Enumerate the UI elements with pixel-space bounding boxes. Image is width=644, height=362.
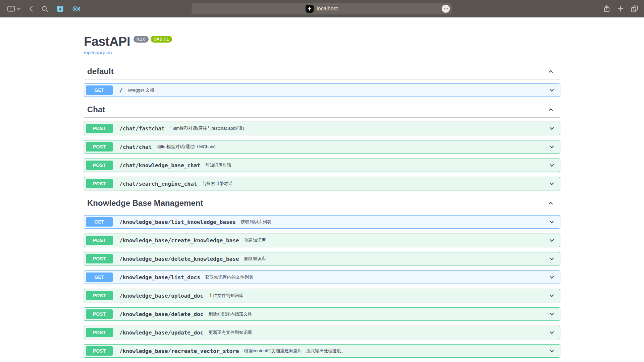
oas-badge: OAS 3.1 <box>151 36 172 43</box>
section-header-knowledge-base-management[interactable]: Knowledge Base Management <box>84 195 560 211</box>
chevron-down-icon <box>548 143 555 150</box>
back-arrow-icon <box>29 6 33 12</box>
chevron-down-icon <box>548 274 555 281</box>
chevron-down-icon <box>548 237 555 244</box>
section-title: Knowledge Base Management <box>87 199 203 207</box>
operation-row[interactable]: POST/knowledge_base/update_doc更新现有文件到知识库 <box>84 326 560 339</box>
chevron-down-icon <box>548 219 555 225</box>
operation-row[interactable]: GET/swagger 文档 <box>84 83 560 97</box>
operation-row[interactable]: POST/chat/search_engine_chat与搜索引擎对话 <box>84 177 560 190</box>
operation-expand-button[interactable] <box>548 348 555 354</box>
operation-path: /knowledge_base/delete_doc <box>119 311 203 317</box>
operation-path: /knowledge_base/delete_knowledge_base <box>119 256 239 262</box>
address-bar-more-button[interactable] <box>442 5 450 13</box>
operation-summary: 与知识库对话 <box>205 162 548 168</box>
operation-summary: 创建知识库 <box>244 237 548 243</box>
page-title: FastAPI <box>84 34 130 49</box>
api-info: FastAPI 0.1.0 OAS 3.1 /openapi.json <box>84 34 560 56</box>
broadcast-extension-button[interactable] <box>72 6 80 12</box>
operation-expand-button[interactable] <box>548 180 555 187</box>
tab-overview-icon <box>631 5 638 12</box>
operation-expand-button[interactable] <box>548 143 555 150</box>
operation-path: / <box>119 87 123 94</box>
chevron-up-icon <box>547 106 554 113</box>
operation-expand-button[interactable] <box>548 329 555 336</box>
operation-row[interactable]: GET/knowledge_base/list_knowledge_bases获… <box>84 215 560 229</box>
section-header-chat[interactable]: Chat <box>84 102 560 118</box>
section-collapse-button[interactable] <box>547 106 554 113</box>
chevron-down-icon <box>548 255 555 262</box>
operation-row[interactable]: POST/chat/fastchat与llm模型对话(直接与fastchat a… <box>84 122 560 135</box>
chevron-down-icon <box>548 292 555 299</box>
operation-path: /knowledge_base/create_knowledge_base <box>119 237 239 244</box>
operation-row[interactable]: POST/chat/chat与llm模型对话(通过LLMChain) <box>84 140 560 154</box>
address-bar[interactable]: localhost <box>192 3 452 14</box>
operation-expand-button[interactable] <box>548 125 555 132</box>
lightning-bolt-icon <box>307 6 312 11</box>
method-badge: POST <box>86 179 113 188</box>
section-title: Chat <box>87 105 105 114</box>
operation-expand-button[interactable] <box>548 87 555 94</box>
chevron-down-icon <box>548 329 555 336</box>
section-header-default[interactable]: default <box>84 64 560 79</box>
sidebar-toggle-button[interactable] <box>7 6 15 12</box>
operation-expand-button[interactable] <box>548 237 555 244</box>
address-bar-host: localhost <box>317 6 338 12</box>
operation-expand-button[interactable] <box>548 162 555 169</box>
operation-expand-button[interactable] <box>548 255 555 262</box>
operation-summary: 删除知识库内指定文件 <box>208 311 548 317</box>
operation-row[interactable]: POST/knowledge_base/create_knowledge_bas… <box>84 234 560 247</box>
method-badge: GET <box>86 85 113 95</box>
browser-toolbar: localhost <box>0 0 644 17</box>
bookmark-extension-icon <box>57 6 64 12</box>
operation-row[interactable]: POST/knowledge_base/delete_knowledge_bas… <box>84 252 560 265</box>
method-badge: POST <box>86 254 113 263</box>
operation-summary: 根据content中文档重建向量库，流式输出处理进度。 <box>244 348 548 354</box>
operation-summary: 与搜索引擎对话 <box>202 181 548 187</box>
operation-row[interactable]: GET/knowledge_base/list_docs获取知识库内的文件列表 <box>84 270 560 284</box>
swagger-page: FastAPI 0.1.0 OAS 3.1 /openapi.json defa… <box>0 17 644 362</box>
operation-row[interactable]: POST/knowledge_base/upload_doc上传文件到知识库 <box>84 289 560 302</box>
operation-row[interactable]: POST/chat/knowledge_base_chat与知识库对话 <box>84 159 560 172</box>
operation-path: /knowledge_base/list_docs <box>119 274 200 281</box>
operation-path: /chat/search_engine_chat <box>119 181 197 187</box>
more-ellipsis-icon <box>444 8 445 9</box>
bookmark-extension-button[interactable] <box>57 6 64 12</box>
method-badge: GET <box>86 217 113 227</box>
operation-row[interactable]: POST/knowledge_base/delete_doc删除知识库内指定文件 <box>84 307 560 321</box>
operation-summary: 与llm模型对话(通过LLMChain) <box>157 144 548 150</box>
section-collapse-button[interactable] <box>547 68 554 75</box>
method-badge: POST <box>86 346 113 356</box>
back-button[interactable] <box>29 6 33 12</box>
operation-expand-button[interactable] <box>548 274 555 281</box>
api-section-knowledge-base-management: Knowledge Base ManagementGET/knowledge_b… <box>84 195 560 358</box>
section-collapse-button[interactable] <box>547 200 554 206</box>
version-badge: 0.1.0 <box>133 36 149 43</box>
api-section-chat: ChatPOST/chat/fastchat与llm模型对话(直接与fastch… <box>84 102 560 190</box>
chevron-down-icon <box>548 87 555 94</box>
tab-overview-button[interactable] <box>631 5 638 12</box>
method-badge: POST <box>86 291 113 300</box>
method-badge: POST <box>86 142 113 152</box>
operation-list: GET/swagger 文档 <box>84 79 560 97</box>
search-button[interactable] <box>42 6 48 12</box>
section-title: default <box>87 67 114 76</box>
site-favicon <box>306 5 314 13</box>
share-button[interactable] <box>603 5 610 12</box>
operation-summary: swagger 文档 <box>128 87 548 93</box>
new-tab-button[interactable] <box>618 6 624 12</box>
method-badge: GET <box>86 273 113 282</box>
operation-expand-button[interactable] <box>548 292 555 299</box>
method-badge: POST <box>86 236 113 245</box>
chevron-down-icon <box>548 348 555 354</box>
sidebar-menu-button[interactable] <box>17 8 20 10</box>
api-sections: defaultGET/swagger 文档ChatPOST/chat/fastc… <box>84 64 560 358</box>
operation-path: /knowledge_base/list_knowledge_bases <box>119 219 236 225</box>
openapi-spec-link[interactable]: /openapi.json <box>84 50 112 56</box>
operation-expand-button[interactable] <box>548 219 555 225</box>
operation-row[interactable]: POST/knowledge_base/recreate_vector_stor… <box>84 344 560 358</box>
method-badge: POST <box>86 328 113 337</box>
broadcast-extension-icon <box>72 6 80 12</box>
operation-expand-button[interactable] <box>548 311 555 317</box>
operation-list: POST/chat/fastchat与llm模型对话(直接与fastchat a… <box>84 118 560 190</box>
